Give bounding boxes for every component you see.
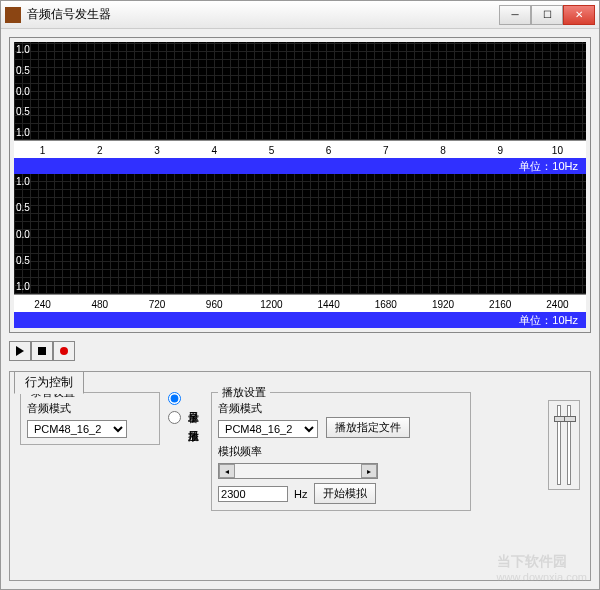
- x-ticks-2: 240 480 720 960 1200 1440 1680 1920 2160…: [14, 299, 586, 310]
- top-plot: 1.0 0.5 0.0 0.5 1.0 1 2 3 4 5 6 7 8 9: [9, 37, 591, 333]
- volume-label: 音量控制: [555, 392, 574, 396]
- client-area: 1.0 0.5 0.0 0.5 1.0 1 2 3 4 5 6 7 8 9: [1, 29, 599, 589]
- y-axis-labels-2: 1.0 0.5 0.0 0.5 1.0: [16, 174, 30, 294]
- sim-freq-unit: Hz: [294, 488, 307, 500]
- start-sim-button[interactable]: 开始模拟: [314, 483, 376, 504]
- sim-freq-label: 模拟频率: [218, 444, 464, 459]
- record-mode-select[interactable]: PCM48_16_2: [27, 420, 127, 438]
- app-window: 音频信号发生器 ─ ☐ ✕ 1.0 0.5 0.0 0.5 1.0 1: [0, 0, 600, 590]
- app-icon: [5, 7, 21, 23]
- play-file-button[interactable]: 播放指定文件: [326, 417, 410, 438]
- radio-record-display[interactable]: 录音显示: [168, 392, 203, 407]
- volume-control: 音量控制: [548, 392, 580, 490]
- svg-marker-0: [16, 346, 24, 356]
- tab-body: 录音设置 音频模式 PCM48_16_2 录音显示 播放显示 播放设置: [10, 372, 590, 521]
- record-mode-label: 音频模式: [27, 401, 153, 416]
- volume-slider-left[interactable]: [557, 405, 561, 485]
- grid-1: [14, 42, 586, 140]
- close-button[interactable]: ✕: [563, 5, 595, 25]
- play-mode-select[interactable]: PCM48_16_2: [218, 420, 318, 438]
- grid-2: [14, 174, 586, 294]
- record-button[interactable]: [53, 341, 75, 361]
- maximize-button[interactable]: ☐: [531, 5, 563, 25]
- play-settings-group: 播放设置 音频模式 PCM48_16_2 播放指定文件 模拟频率: [211, 392, 471, 511]
- minimize-button[interactable]: ─: [499, 5, 531, 25]
- window-title: 音频信号发生器: [27, 6, 499, 23]
- play-group-title: 播放设置: [218, 385, 270, 400]
- transport-controls: [9, 341, 591, 361]
- x-ruler-1: 1 2 3 4 5 6 7 8 9 10: [14, 140, 586, 158]
- scroll-left-icon[interactable]: ◂: [219, 464, 235, 478]
- x-ruler-2: 240 480 720 960 1200 1440 1680 1920 2160…: [14, 294, 586, 312]
- scroll-right-icon[interactable]: ▸: [361, 464, 377, 478]
- radio-play-display[interactable]: 播放显示: [168, 411, 203, 426]
- unit-bar-2: 单位：10Hz: [14, 312, 586, 328]
- titlebar[interactable]: 音频信号发生器 ─ ☐ ✕: [1, 1, 599, 29]
- volume-slider-right[interactable]: [567, 405, 571, 485]
- x-ticks-1: 1 2 3 4 5 6 7 8 9 10: [14, 145, 586, 156]
- sim-freq-input[interactable]: [218, 486, 288, 502]
- play-button[interactable]: [9, 341, 31, 361]
- window-buttons: ─ ☐ ✕: [499, 5, 595, 25]
- tab-container: 行为控制 录音设置 音频模式 PCM48_16_2 录音显示 播放显示: [9, 371, 591, 581]
- tab-behavior[interactable]: 行为控制: [14, 371, 84, 394]
- record-settings-group: 录音设置 音频模式 PCM48_16_2: [20, 392, 160, 445]
- play-mode-label: 音频模式: [218, 401, 318, 416]
- stop-button[interactable]: [31, 341, 53, 361]
- waveform-canvas-2: 1.0 0.5 0.0 0.5 1.0: [14, 174, 586, 294]
- scroll-track[interactable]: [235, 464, 361, 478]
- waveform-canvas-1: 1.0 0.5 0.0 0.5 1.0: [14, 42, 586, 140]
- slider-thumb[interactable]: [564, 416, 576, 422]
- y-axis-labels-1: 1.0 0.5 0.0 0.5 1.0: [16, 42, 30, 140]
- unit-bar-1: 单位：10Hz: [14, 158, 586, 174]
- svg-rect-1: [38, 347, 46, 355]
- sim-freq-scrollbar[interactable]: ◂ ▸: [218, 463, 378, 479]
- volume-sliders: [548, 400, 580, 490]
- display-mode-radios: 录音显示 播放显示: [168, 392, 203, 426]
- svg-point-2: [60, 347, 68, 355]
